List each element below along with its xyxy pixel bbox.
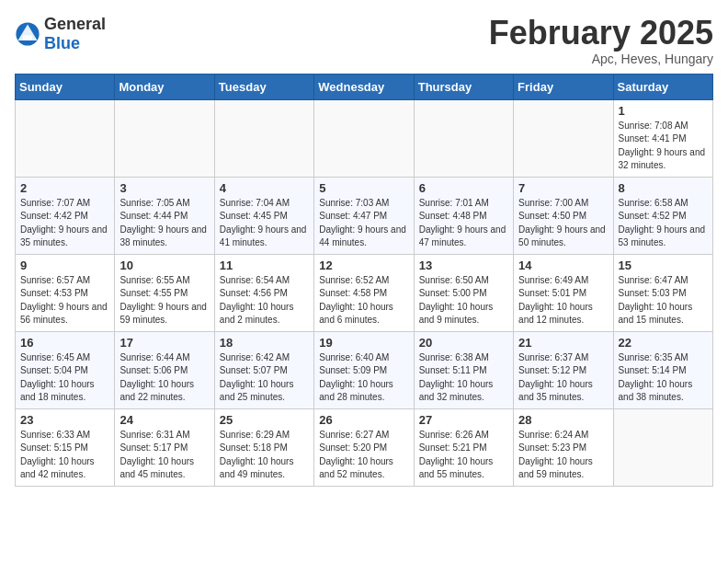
- day-info: Sunrise: 6:37 AM Sunset: 5:12 PM Dayligh…: [518, 351, 608, 405]
- calendar-cell: 12Sunrise: 6:52 AM Sunset: 4:58 PM Dayli…: [314, 254, 414, 331]
- calendar-cell: [16, 99, 115, 177]
- day-info: Sunrise: 6:44 AM Sunset: 5:06 PM Dayligh…: [119, 351, 209, 405]
- day-number: 11: [220, 259, 309, 272]
- calendar-cell: [314, 99, 414, 177]
- day-info: Sunrise: 7:07 AM Sunset: 4:42 PM Dayligh…: [20, 197, 109, 250]
- calendar-week-4: 16Sunrise: 6:45 AM Sunset: 5:04 PM Dayli…: [16, 331, 713, 408]
- calendar-cell: 19Sunrise: 6:40 AM Sunset: 5:09 PM Dayli…: [314, 331, 414, 408]
- calendar-cell: 14Sunrise: 6:49 AM Sunset: 5:01 PM Dayli…: [514, 254, 613, 331]
- calendar-week-1: 1Sunrise: 7:08 AM Sunset: 4:41 PM Daylig…: [16, 99, 713, 177]
- day-number: 26: [319, 413, 408, 427]
- day-number: 15: [619, 259, 708, 272]
- day-info: Sunrise: 7:04 AM Sunset: 4:45 PM Dayligh…: [220, 197, 309, 250]
- day-info: Sunrise: 6:49 AM Sunset: 5:01 PM Dayligh…: [518, 274, 608, 327]
- calendar-cell: 23Sunrise: 6:33 AM Sunset: 5:15 PM Dayli…: [16, 408, 115, 486]
- day-info: Sunrise: 6:55 AM Sunset: 4:55 PM Dayligh…: [119, 274, 209, 327]
- weekday-header-saturday: Saturday: [613, 74, 712, 99]
- day-number: 27: [419, 413, 508, 427]
- logo-general: General: [44, 15, 106, 33]
- day-info: Sunrise: 7:01 AM Sunset: 4:48 PM Dayligh…: [419, 197, 508, 250]
- calendar-cell: 25Sunrise: 6:29 AM Sunset: 5:18 PM Dayli…: [214, 408, 313, 486]
- day-info: Sunrise: 6:24 AM Sunset: 5:23 PM Dayligh…: [518, 429, 608, 482]
- calendar-cell: [115, 99, 214, 177]
- day-number: 13: [419, 259, 508, 272]
- day-number: 10: [119, 259, 209, 272]
- calendar-cell: 10Sunrise: 6:55 AM Sunset: 4:55 PM Dayli…: [115, 254, 214, 331]
- day-number: 22: [619, 336, 708, 350]
- day-number: 17: [119, 336, 209, 350]
- day-number: 3: [119, 181, 209, 195]
- calendar-cell: 2Sunrise: 7:07 AM Sunset: 4:42 PM Daylig…: [16, 177, 115, 254]
- calendar-cell: 16Sunrise: 6:45 AM Sunset: 5:04 PM Dayli…: [16, 331, 115, 408]
- calendar-cell: [414, 99, 513, 177]
- day-number: 16: [20, 336, 109, 350]
- calendar-cell: 9Sunrise: 6:57 AM Sunset: 4:53 PM Daylig…: [16, 254, 115, 331]
- calendar-cell: 1Sunrise: 7:08 AM Sunset: 4:41 PM Daylig…: [613, 99, 712, 177]
- day-info: Sunrise: 7:05 AM Sunset: 4:44 PM Dayligh…: [119, 197, 209, 250]
- day-info: Sunrise: 6:26 AM Sunset: 5:21 PM Dayligh…: [419, 429, 508, 482]
- calendar-cell: 15Sunrise: 6:47 AM Sunset: 5:03 PM Dayli…: [613, 254, 712, 331]
- day-info: Sunrise: 6:47 AM Sunset: 5:03 PM Dayligh…: [619, 274, 708, 327]
- day-info: Sunrise: 6:29 AM Sunset: 5:18 PM Dayligh…: [220, 429, 309, 482]
- title-area: February 2025 Apc, Heves, Hungary: [489, 15, 713, 66]
- calendar-cell: 4Sunrise: 7:04 AM Sunset: 4:45 PM Daylig…: [214, 177, 313, 254]
- calendar-cell: 27Sunrise: 6:26 AM Sunset: 5:21 PM Dayli…: [414, 408, 513, 486]
- weekday-header-tuesday: Tuesday: [214, 74, 313, 99]
- calendar-cell: 6Sunrise: 7:01 AM Sunset: 4:48 PM Daylig…: [414, 177, 513, 254]
- day-info: Sunrise: 6:50 AM Sunset: 5:00 PM Dayligh…: [419, 274, 508, 327]
- day-number: 9: [20, 259, 109, 272]
- day-info: Sunrise: 6:31 AM Sunset: 5:17 PM Dayligh…: [119, 429, 209, 482]
- weekday-header-thursday: Thursday: [414, 74, 513, 99]
- day-number: 7: [518, 181, 608, 195]
- calendar-cell: [613, 408, 712, 486]
- day-info: Sunrise: 6:58 AM Sunset: 4:52 PM Dayligh…: [619, 197, 708, 250]
- day-info: Sunrise: 6:54 AM Sunset: 4:56 PM Dayligh…: [220, 274, 309, 327]
- calendar-week-3: 9Sunrise: 6:57 AM Sunset: 4:53 PM Daylig…: [16, 254, 713, 331]
- calendar-cell: 7Sunrise: 7:00 AM Sunset: 4:50 PM Daylig…: [514, 177, 613, 254]
- weekday-header-sunday: Sunday: [16, 74, 115, 99]
- day-number: 20: [419, 336, 508, 350]
- calendar-cell: 3Sunrise: 7:05 AM Sunset: 4:44 PM Daylig…: [115, 177, 214, 254]
- calendar-cell: 20Sunrise: 6:38 AM Sunset: 5:11 PM Dayli…: [414, 331, 513, 408]
- day-number: 12: [319, 259, 408, 272]
- calendar-cell: 17Sunrise: 6:44 AM Sunset: 5:06 PM Dayli…: [115, 331, 214, 408]
- day-number: 1: [619, 104, 708, 118]
- day-number: 28: [518, 413, 608, 427]
- day-number: 5: [319, 181, 408, 195]
- day-info: Sunrise: 7:00 AM Sunset: 4:50 PM Dayligh…: [518, 197, 608, 250]
- day-info: Sunrise: 6:33 AM Sunset: 5:15 PM Dayligh…: [20, 429, 109, 482]
- calendar-cell: 21Sunrise: 6:37 AM Sunset: 5:12 PM Dayli…: [514, 331, 613, 408]
- calendar-cell: 8Sunrise: 6:58 AM Sunset: 4:52 PM Daylig…: [613, 177, 712, 254]
- day-number: 23: [20, 413, 109, 427]
- weekday-header-wednesday: Wednesday: [314, 74, 414, 99]
- day-number: 2: [20, 181, 109, 195]
- day-number: 19: [319, 336, 408, 350]
- header: General Blue February 2025 Apc, Heves, H…: [15, 15, 713, 66]
- day-info: Sunrise: 6:40 AM Sunset: 5:09 PM Dayligh…: [319, 351, 408, 405]
- calendar-cell: 28Sunrise: 6:24 AM Sunset: 5:23 PM Dayli…: [514, 408, 613, 486]
- logo-icon: [15, 21, 40, 47]
- calendar-cell: 18Sunrise: 6:42 AM Sunset: 5:07 PM Dayli…: [214, 331, 313, 408]
- calendar-cell: 24Sunrise: 6:31 AM Sunset: 5:17 PM Dayli…: [115, 408, 214, 486]
- day-info: Sunrise: 7:03 AM Sunset: 4:47 PM Dayligh…: [319, 197, 408, 250]
- day-info: Sunrise: 6:45 AM Sunset: 5:04 PM Dayligh…: [20, 351, 109, 405]
- calendar-table: SundayMondayTuesdayWednesdayThursdayFrid…: [15, 74, 713, 487]
- day-info: Sunrise: 6:38 AM Sunset: 5:11 PM Dayligh…: [419, 351, 508, 405]
- calendar-cell: 13Sunrise: 6:50 AM Sunset: 5:00 PM Dayli…: [414, 254, 513, 331]
- location: Apc, Heves, Hungary: [489, 52, 713, 66]
- calendar-cell: 5Sunrise: 7:03 AM Sunset: 4:47 PM Daylig…: [314, 177, 414, 254]
- day-number: 6: [419, 181, 508, 195]
- day-info: Sunrise: 6:52 AM Sunset: 4:58 PM Dayligh…: [319, 274, 408, 327]
- weekday-header-row: SundayMondayTuesdayWednesdayThursdayFrid…: [16, 74, 713, 99]
- day-info: Sunrise: 6:27 AM Sunset: 5:20 PM Dayligh…: [319, 429, 408, 482]
- logo-blue: Blue: [44, 34, 80, 52]
- day-number: 25: [220, 413, 309, 427]
- weekday-header-friday: Friday: [514, 74, 613, 99]
- svg-rect-2: [23, 35, 32, 40]
- day-info: Sunrise: 7:08 AM Sunset: 4:41 PM Dayligh…: [619, 120, 708, 173]
- day-number: 21: [518, 336, 608, 350]
- day-number: 24: [119, 413, 209, 427]
- logo: General Blue: [15, 15, 106, 53]
- calendar-week-5: 23Sunrise: 6:33 AM Sunset: 5:15 PM Dayli…: [16, 408, 713, 486]
- day-number: 18: [220, 336, 309, 350]
